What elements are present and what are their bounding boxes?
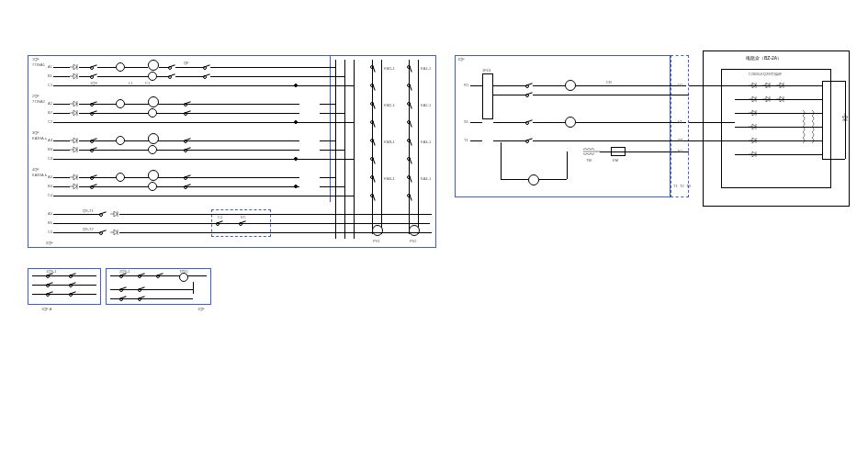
- wire: [320, 159, 354, 160]
- term-r1: R1: [464, 83, 468, 87]
- wire: [320, 67, 335, 68]
- lbl-l1: L1: [129, 81, 132, 85]
- u1-label: U1: [678, 83, 682, 87]
- wire: [79, 76, 90, 77]
- term-c5: C5: [48, 230, 52, 234]
- t1-label: T1: [673, 184, 678, 188]
- ka4-1: KA4-1: [421, 176, 431, 181]
- term-b1: B1: [48, 73, 52, 78]
- wire: [576, 122, 686, 123]
- switch-icon: [370, 175, 376, 183]
- km-label: KM: [613, 158, 618, 163]
- lbl-1qs: 1QS: [90, 81, 97, 85]
- bus-2: [344, 60, 345, 239]
- lamp-icon: [565, 117, 576, 128]
- wire: [493, 140, 525, 141]
- switch-icon: [184, 147, 191, 152]
- diode-icon: [749, 83, 758, 88]
- diode-icon: [70, 110, 79, 116]
- switch-icon: [370, 102, 376, 109]
- wire: [493, 122, 525, 123]
- right-dashed-zone: [671, 55, 689, 197]
- ka2-1: KA2-1: [421, 103, 431, 107]
- switch-icon: [184, 110, 191, 116]
- wire: [533, 140, 689, 141]
- wire: [312, 232, 432, 233]
- wire: [493, 85, 525, 86]
- switch-icon: [156, 273, 163, 278]
- ct-icon: [116, 173, 125, 182]
- diode-icon: [749, 138, 758, 143]
- switch-icon: [407, 194, 412, 201]
- switch-icon: [168, 64, 175, 70]
- switch-icon: [203, 73, 210, 79]
- wire: [320, 113, 344, 114]
- wire: [600, 151, 689, 152]
- fu1-label: 1FU1: [482, 68, 491, 73]
- panel2-label: 2QF: [32, 94, 39, 98]
- meter-icon: [409, 225, 420, 236]
- wire: [320, 122, 354, 123]
- wire: [470, 85, 482, 86]
- wire: [119, 232, 312, 233]
- switch-icon: [239, 220, 246, 226]
- panel3-label: 3QF: [32, 130, 39, 135]
- wire: [210, 67, 321, 68]
- switch-icon: [407, 84, 412, 91]
- km-col2: [381, 60, 382, 234]
- wire: [175, 67, 203, 68]
- wire: [175, 76, 203, 77]
- ka1-1: KA1-1: [421, 66, 431, 71]
- switch-icon: [90, 64, 97, 70]
- wire: [53, 85, 320, 86]
- term-b2: B2: [48, 110, 52, 115]
- wire: [53, 76, 70, 77]
- switch-icon: [69, 273, 76, 278]
- switch-icon: [216, 220, 223, 226]
- qs-t2: QS-T2: [83, 227, 94, 231]
- switch-icon: [203, 64, 210, 70]
- diode-icon: [842, 113, 848, 122]
- wire: [32, 275, 96, 276]
- wire: [567, 151, 568, 179]
- wire: [310, 223, 430, 224]
- wire: [501, 142, 502, 179]
- wire: [157, 76, 168, 77]
- diode-icon: [749, 96, 758, 102]
- term-a4: A4: [48, 174, 52, 179]
- wire: [320, 186, 344, 187]
- switch-icon: [407, 139, 412, 146]
- switch-icon: [46, 282, 53, 287]
- term-b5: B5: [48, 220, 52, 225]
- wire: [53, 150, 70, 151]
- lamp-icon: [148, 170, 159, 181]
- switch-icon: [525, 138, 533, 143]
- wire: [320, 196, 354, 196]
- switch-icon: [407, 120, 412, 128]
- wire: [320, 104, 335, 105]
- wire: [32, 285, 96, 286]
- wire: [53, 232, 99, 233]
- ct-icon: [116, 99, 125, 108]
- t3-label: T3: [686, 184, 691, 188]
- lamp-icon: [148, 72, 157, 81]
- wire: [822, 159, 845, 160]
- switch-icon: [525, 119, 533, 125]
- wire: [470, 122, 482, 123]
- wire: [97, 76, 148, 77]
- wire: [53, 140, 70, 141]
- diode-icon: [70, 64, 79, 70]
- lamp-icon: [565, 80, 576, 91]
- switch-icon: [184, 101, 191, 107]
- wire: [493, 95, 525, 95]
- switch-icon: [69, 291, 76, 297]
- panel1-sub: 773VA1: [32, 62, 45, 67]
- wire: [53, 104, 70, 105]
- n1-label: N1: [678, 149, 682, 153]
- meter-icon: [528, 174, 539, 185]
- 2qs-1: 2QS-1: [119, 269, 130, 274]
- wire: [210, 76, 321, 77]
- switch-icon: [407, 175, 412, 183]
- switch-icon: [69, 282, 76, 287]
- wire: [53, 196, 320, 196]
